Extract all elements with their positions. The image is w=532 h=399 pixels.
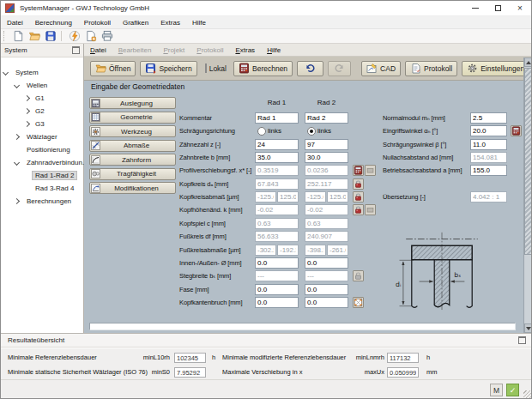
doc-menu-item-bearbeiten[interactable]: Bearbeiten [112, 46, 158, 54]
result-unit-minl10rh: h [212, 354, 215, 361]
open-button[interactable]: Öffnen [90, 61, 136, 76]
input-kopfkreis-d-mm-rad2 [305, 178, 348, 190]
save-file-button[interactable] [44, 30, 57, 43]
form-row-schr-gungswinkel: Schrägungswinkel β [°] [84, 139, 523, 150]
redo-button[interactable] [328, 61, 351, 76]
tree-item-rad-3-rad-4[interactable]: Rad 3-Rad 4 [1, 182, 83, 195]
open-file-button[interactable] [27, 30, 41, 43]
calculator-icon[interactable] [511, 125, 522, 136]
chevron-expanded-icon[interactable] [14, 82, 20, 88]
tree-item-system[interactable]: System [1, 66, 83, 79]
calculation-ok-button[interactable]: ✓ [506, 384, 519, 396]
doc-menu-item-protokoll[interactable]: Protokoll [190, 46, 229, 54]
minimize-button[interactable] [464, 1, 487, 15]
tree-item-g3[interactable]: G3 [1, 118, 83, 130]
menu-item-extras[interactable]: Extras [154, 19, 186, 27]
field-label: Übersetzung [-] [383, 193, 426, 201]
input-fu-kreis-df-mm-rad2 [305, 231, 348, 242]
input-innen-au-en-mm-rad1[interactable] [255, 257, 299, 269]
chevron-expanded-icon[interactable] [14, 160, 20, 166]
result-label-minl10rh: Minimale Referenzlebensdauer [8, 354, 97, 361]
menu-item-protokoll[interactable]: Protokoll [78, 19, 117, 27]
m-status-button[interactable]: M [490, 384, 503, 396]
calculate-button[interactable]: Berechnen [233, 61, 293, 76]
input-kopfh-hen-nd-k-mm-rad2 [305, 204, 348, 215]
local-checkbox[interactable] [205, 63, 207, 73]
tree-item-g1[interactable]: G1 [1, 92, 83, 105]
tree-item-label: G1 [33, 94, 47, 102]
quick-calculation-button[interactable] [68, 30, 82, 43]
tree-item-berechnungen[interactable]: Berechnungen [1, 195, 83, 208]
protocol-button[interactable]: Protokoll [405, 61, 457, 76]
input-kopfkantenbruch-mm-rad2[interactable] [305, 297, 348, 308]
doc-menu-item-datei[interactable]: Datei [84, 46, 112, 54]
new-file-button[interactable] [11, 30, 25, 43]
results-pin-icon[interactable] [518, 336, 526, 344]
scroll-up-button[interactable] [524, 57, 532, 67]
menu-item-grafiken[interactable]: Grafiken [117, 19, 154, 27]
input-fase-mm-rad2[interactable] [305, 284, 348, 295]
tree-item-positionierung[interactable]: Positionierung [1, 143, 83, 156]
result-key-maxux: maxUx [343, 368, 384, 376]
toolbar-grip[interactable] [3, 31, 7, 41]
new-report-button[interactable] [84, 30, 98, 43]
lock-icon[interactable] [353, 204, 364, 215]
lock-open-icon[interactable] [353, 270, 364, 281]
chevron-collapsed-icon[interactable] [14, 134, 20, 140]
design-icon [91, 99, 100, 108]
cad-button[interactable]: CAD [361, 61, 401, 76]
tree-item-g2[interactable]: G2 [1, 105, 83, 118]
lock-icon[interactable] [353, 178, 364, 190]
close-button[interactable]: × [509, 1, 531, 15]
input-eingriffswinkel[interactable] [470, 125, 507, 136]
tree-item-zahnradverbindun[interactable]: Zahnradverbindun... [1, 156, 83, 169]
undo-button[interactable] [297, 61, 323, 76]
menu-item-hilfe[interactable]: Hilfe [186, 19, 212, 27]
result-label-maxux: Maximale Verschiebung in x [222, 368, 302, 376]
input-kopfkantenbruch-mm-rad1[interactable] [255, 297, 299, 308]
disabled-button-icon[interactable] [365, 204, 376, 215]
input-fu-kreisabma-e-m-rad2-upper [327, 245, 348, 256]
tree-item-w-lzlager[interactable]: Wälzlager [1, 130, 83, 143]
input-kopfkreis-d-mm-rad1 [255, 178, 299, 190]
chamfer-icon[interactable] [353, 297, 364, 308]
input-schr-gungswinkel[interactable] [470, 139, 507, 150]
menu-item-berechnung[interactable]: Berechnung [29, 19, 78, 27]
tree-item-rad-1-rad-2[interactable]: Rad 1-Rad 2 [1, 169, 83, 182]
scroll-down-button[interactable] [524, 323, 532, 333]
scrollbar-thumb[interactable] [524, 68, 532, 255]
status-strip [89, 323, 516, 330]
chevron-collapsed-icon[interactable] [24, 95, 30, 101]
tree-item-label: Rad 3-Rad 4 [33, 184, 76, 192]
form-row-fu-kreisabma-e-m: Fußkreisabmaße [µm] [84, 245, 523, 256]
tree-item-wellen[interactable]: Wellen [1, 79, 83, 92]
doc-menu-item-hilfe[interactable]: Hilfe [261, 46, 287, 54]
tree-item-label: G3 [33, 120, 47, 128]
chevron-collapsed-icon[interactable] [24, 121, 30, 127]
pin-icon[interactable] [72, 46, 80, 54]
form-row-eingriffswinkel: Eingriffswinkel αₙ [°] [84, 125, 523, 136]
settings-button[interactable]: Einstellungen [462, 61, 529, 76]
save-button[interactable]: Speichern [140, 61, 196, 76]
doc-menu-item-projekt[interactable]: Projekt [157, 46, 190, 54]
menu-item-datei[interactable]: Datei [1, 19, 29, 27]
input-normalmodul-m-mm[interactable] [470, 112, 507, 124]
maximize-button[interactable] [487, 1, 509, 15]
vertical-scrollbar[interactable] [523, 57, 532, 333]
section-button-label: Auslegung [103, 100, 175, 107]
result-unit-maxux: mm [426, 368, 438, 376]
form-row-fu-kreis-df-mm: Fußkreis df [mm] [84, 231, 523, 242]
doc-menu-item-extras[interactable]: Extras [229, 46, 261, 54]
protocol-icon [410, 63, 421, 74]
chevron-expanded-icon[interactable] [3, 70, 9, 76]
chevron-collapsed-icon[interactable] [14, 198, 20, 204]
input-stegbreite-b-mm-rad1 [255, 270, 299, 281]
input-betriebsachsabstand-a-mm[interactable] [470, 165, 507, 176]
input-innen-au-en-mm-rad2[interactable] [305, 257, 348, 269]
section-button-auslegung[interactable]: Auslegung [89, 97, 176, 109]
resize-grip[interactable] [523, 390, 531, 398]
input-fase-mm-rad1[interactable] [255, 284, 299, 295]
print-button[interactable] [100, 30, 114, 43]
input-kopfspiel-c-mm-rad2 [305, 218, 348, 229]
chevron-collapsed-icon[interactable] [24, 108, 30, 114]
